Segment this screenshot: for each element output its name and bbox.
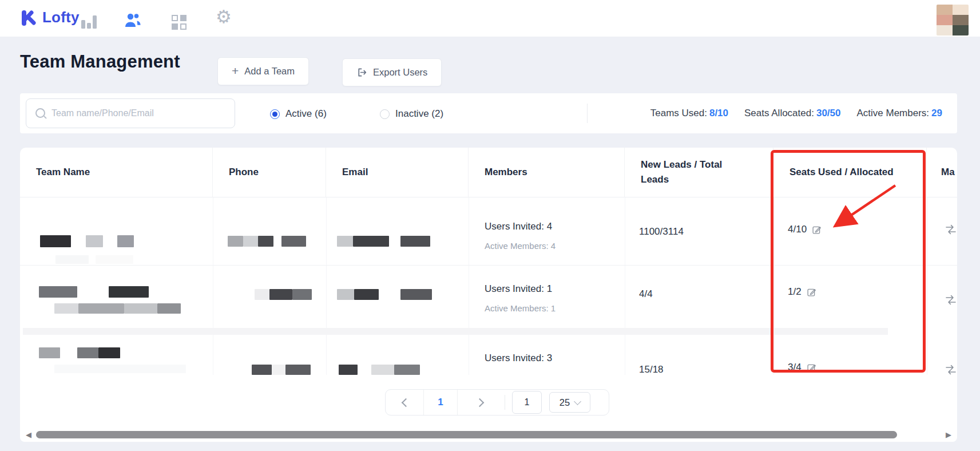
nav-reports-item[interactable] [79, 9, 98, 29]
redacted-email [394, 365, 420, 375]
active-members-stat: Active Members:29 [856, 108, 942, 119]
team-search-box [26, 98, 235, 128]
transfer-team-icon[interactable] [945, 223, 957, 238]
teams-table: Team Name Phone Email Members New Leads … [20, 148, 957, 442]
redacted-team-name [96, 255, 133, 264]
seats-allocated-value: 30/50 [816, 108, 841, 118]
team-management-page: Lofty ⚙ [0, 0, 980, 451]
page-jump-input[interactable] [512, 391, 542, 414]
export-users-label: Export Users [373, 67, 427, 78]
teams-used-value: 8/10 [709, 108, 728, 118]
redaction-band [23, 328, 888, 335]
redacted-team-name [55, 255, 89, 264]
export-icon [356, 67, 367, 78]
page-size-value: 25 [560, 397, 570, 408]
page-title: Team Management [20, 52, 180, 72]
seats-ratio: 1/2 [788, 286, 802, 298]
redacted-team-name [98, 347, 120, 358]
teams-used-stat: Teams Used:8/10 [650, 108, 728, 119]
filter-bar: Active (6) Inactive (2) Teams Used:8/10 … [20, 93, 957, 133]
redacted-phone [269, 289, 292, 300]
column-divider [213, 197, 213, 375]
nav-team-item-active[interactable] [123, 8, 142, 27]
add-team-button[interactable]: + Add a Team [217, 57, 309, 85]
gear-icon: ⚙ [216, 7, 232, 27]
col-header-new-leads: New Leads / Total Leads [625, 148, 773, 197]
col-header-manage-clipped: Ma [927, 148, 957, 197]
top-navbar: Lofty ⚙ [0, 0, 980, 37]
redacted-team-name [86, 235, 103, 247]
col-header-seats: Seats Used / Allocated [773, 148, 927, 197]
col-header-email: Email [326, 148, 469, 197]
users-invited: Users Invited: 4 [485, 221, 552, 232]
pagination: 1 25 [385, 389, 609, 416]
seats-cell: 3/4 [788, 362, 816, 373]
page-size-select[interactable]: 25 [549, 392, 590, 413]
active-members: Active Members: 4 [485, 241, 556, 251]
leads-ratio: 1100/3114 [639, 226, 684, 238]
redacted-email [354, 289, 379, 300]
redacted-email [339, 365, 358, 375]
plus-icon: + [232, 64, 239, 78]
transfer-team-icon[interactable] [945, 363, 957, 378]
redacted-team-name [39, 286, 77, 298]
redacted-team-name [77, 347, 98, 358]
inactive-filter-label: Inactive (2) [395, 108, 443, 120]
nav-apps-item[interactable] [169, 10, 189, 30]
redacted-email [400, 236, 430, 247]
seats-ratio: 3/4 [788, 362, 802, 373]
horizontal-scrollbar-thumb[interactable] [36, 431, 897, 438]
active-members: Active Members: 1 [485, 303, 556, 313]
redacted-email [371, 365, 394, 375]
seats-cell: 1/2 [788, 286, 816, 298]
edit-seats-icon[interactable] [807, 287, 816, 297]
edit-seats-icon[interactable] [812, 225, 822, 235]
radio-unselected-icon [380, 109, 390, 119]
col-header-team-name: Team Name [20, 148, 213, 197]
redacted-phone [272, 365, 285, 375]
seats-allocated-stat: Seats Allocated:30/50 [744, 108, 840, 119]
redacted-team-name [54, 365, 186, 373]
bar-chart-icon [81, 15, 97, 29]
brand-name: Lofty [42, 9, 80, 26]
redacted-team-name [54, 303, 78, 314]
stats-divider [587, 104, 588, 123]
redacted-phone [258, 236, 273, 247]
scroll-right-arrow[interactable]: ▶ [946, 430, 951, 439]
scroll-left-arrow[interactable]: ◀ [26, 430, 31, 439]
team-search-input[interactable] [50, 100, 230, 127]
chevron-left-icon [401, 398, 410, 407]
transfer-team-icon[interactable] [945, 294, 957, 308]
active-filter-label: Active (6) [285, 108, 327, 120]
prev-page-button[interactable] [386, 390, 424, 415]
leads-ratio: 4/4 [639, 288, 653, 300]
export-users-button[interactable]: Export Users [342, 58, 442, 86]
pager-divider [505, 395, 505, 410]
column-divider [625, 197, 625, 375]
redacted-team-name [117, 235, 134, 247]
redacted-phone [285, 365, 311, 375]
column-divider [773, 197, 774, 375]
people-icon [124, 13, 142, 27]
active-members-value: 29 [931, 108, 942, 118]
user-avatar[interactable] [937, 5, 969, 35]
radio-selected-icon [270, 109, 280, 119]
grid-icon [172, 15, 187, 30]
next-page-button[interactable] [458, 390, 503, 415]
page-number-current[interactable]: 1 [424, 390, 458, 415]
users-invited: Users Invited: 1 [485, 283, 552, 295]
redacted-team-name [157, 303, 181, 314]
active-filter-radio[interactable]: Active (6) [270, 108, 327, 120]
lofty-logo[interactable]: Lofty [20, 8, 80, 26]
edit-seats-icon[interactable] [807, 363, 816, 373]
redacted-email [400, 289, 432, 300]
account-stats: Teams Used:8/10 Seats Allocated:30/50 Ac… [650, 93, 942, 133]
inactive-filter-radio[interactable]: Inactive (2) [380, 108, 443, 120]
nav-settings-item[interactable]: ⚙ [214, 7, 233, 27]
redacted-phone [252, 365, 272, 375]
chevron-right-icon [475, 398, 484, 407]
chevron-down-icon [574, 398, 581, 405]
column-divider [469, 197, 469, 375]
search-icon [35, 108, 45, 118]
redacted-team-name [40, 235, 71, 247]
